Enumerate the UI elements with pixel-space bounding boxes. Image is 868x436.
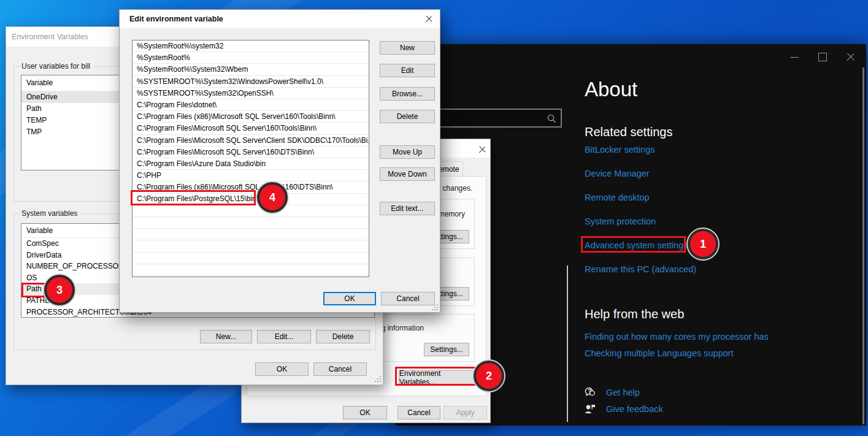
edit-dialog-titlebar: Edit environment variable [120, 10, 440, 28]
resize-grip[interactable] [374, 375, 382, 383]
dialog-title: Edit environment variable [129, 15, 223, 23]
get-help-icon: ? [584, 386, 597, 399]
move-down-button[interactable]: Move Down [380, 167, 435, 181]
path-entry[interactable]: C:\Program Files\Microsoft SQL Server\Cl… [133, 135, 369, 147]
close-icon[interactable] [476, 144, 490, 155]
user-variables-label: User variables for bill [19, 62, 93, 71]
path-entry[interactable]: %SystemRoot%\system32 [133, 40, 369, 52]
content-scrollbar[interactable] [567, 266, 568, 422]
close-icon[interactable] [423, 13, 436, 25]
help-links: Finding out how many cores my processor … [585, 332, 769, 365]
give-feedback-icon [584, 403, 597, 415]
related-settings-links: BitLocker settingsDevice ManagerRemote d… [585, 145, 696, 288]
cancel-button[interactable]: Cancel [313, 362, 367, 376]
minimize-icon[interactable] [785, 50, 804, 64]
path-entry[interactable]: C:\Program Files\Microsoft SQL Server\16… [133, 123, 369, 134]
maximize-icon[interactable] [813, 50, 832, 64]
resize-grip[interactable] [431, 304, 439, 311]
annotation-step-3: 3 [44, 275, 75, 305]
related-settings-heading: Related settings [585, 125, 672, 139]
dialog-title: Environment Variables [12, 33, 88, 41]
annotation-box-advanced-system-settings [581, 236, 686, 253]
browse-button[interactable]: Browse... [380, 87, 435, 101]
path-entry[interactable]: C:\Program Files\dotnet\ [133, 99, 369, 111]
path-entry[interactable]: %SYSTEMROOT%\System32\WindowsPowerShell\… [133, 76, 369, 88]
cancel-button[interactable]: Cancel [381, 292, 435, 305]
annotation-box-postgresql [131, 190, 256, 205]
search-icon [547, 113, 556, 123]
ok-button[interactable]: OK [343, 406, 387, 419]
get-help-label[interactable]: Get help [606, 388, 640, 397]
close-icon[interactable] [842, 50, 860, 64]
find-a-setting-search-input[interactable] [423, 109, 562, 128]
settings-link[interactable]: Device Manager [585, 169, 696, 193]
help-link[interactable]: Checking multiple Languages support [585, 348, 769, 365]
path-entry[interactable]: %SYSTEMROOT%\System32\OpenSSH\ [133, 88, 369, 99]
path-entry[interactable]: %SystemRoot% [133, 52, 369, 64]
path-entry[interactable]: C:\Program Files (x86)\Microsoft SQL Ser… [133, 111, 369, 123]
move-up-button[interactable]: Move Up [380, 145, 435, 159]
annotation-step-2: 2 [474, 361, 504, 391]
startup-text: g information [382, 324, 424, 332]
edit-button[interactable]: Edit... [257, 330, 311, 343]
new-button[interactable]: New... [200, 330, 252, 343]
ok-button[interactable]: OK [255, 362, 309, 376]
path-entry[interactable]: %SystemRoot%\System32\Wbem [133, 64, 369, 75]
ok-button[interactable]: OK [323, 292, 376, 305]
delete-button[interactable]: Delete [380, 110, 435, 123]
give-feedback-row[interactable]: Give feedback [584, 403, 663, 415]
annotation-step-1: 1 [688, 229, 718, 259]
annotation-step-4: 4 [257, 182, 288, 213]
admin-note-text: e changes. [436, 184, 472, 193]
annotation-box-environment-variables [395, 367, 477, 386]
help-link[interactable]: Finding out how many cores my processor … [585, 332, 769, 348]
edit-button[interactable]: Edit [380, 64, 435, 77]
get-help-row[interactable]: ? Get help [584, 386, 640, 399]
path-entry[interactable]: C:\Program Files\Microsoft SQL Server\16… [133, 147, 369, 158]
settings-link[interactable]: Remote desktop [585, 193, 696, 216]
system-variables-label: System variables [19, 209, 80, 218]
new-button[interactable]: New [380, 41, 435, 55]
path-entries-list: %SystemRoot%\system32%SystemRoot%%System… [132, 40, 369, 277]
performance-text: memory [439, 210, 465, 218]
edit-environment-variable-dialog: Edit environment variable %SystemRoot%\s… [119, 9, 440, 313]
settings-scrollbar[interactable] [862, 67, 864, 424]
annotation-box-path [21, 283, 45, 297]
path-entry[interactable]: C:\Program Files\Azure Data Studio\bin [133, 158, 369, 170]
delete-button[interactable]: Delete [316, 330, 370, 343]
cancel-button[interactable]: Cancel [398, 406, 440, 419]
edit-text-button[interactable]: Edit text... [380, 202, 435, 215]
give-feedback-label[interactable]: Give feedback [606, 404, 663, 414]
apply-button[interactable]: Apply [444, 406, 487, 419]
help-from-web-heading: Help from the web [585, 307, 684, 321]
page-title: About [585, 78, 637, 101]
settings-link[interactable]: BitLocker settings [585, 145, 696, 169]
path-entry[interactable]: C:\PHP [133, 170, 369, 182]
startup-settings-button[interactable]: Settings... [424, 343, 469, 356]
settings-link[interactable]: Rename this PC (advanced) [585, 264, 696, 288]
